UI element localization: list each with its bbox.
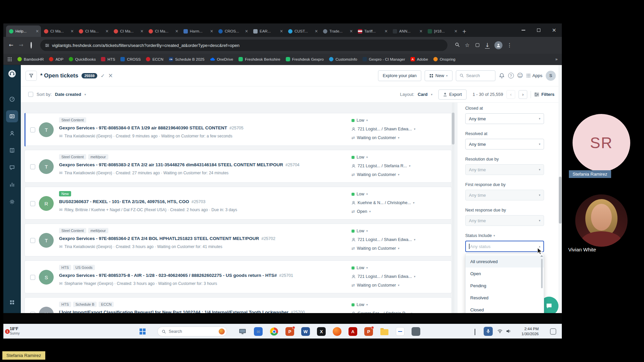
tab-close-icon[interactable] xyxy=(384,29,388,34)
file-explorer-icon[interactable] xyxy=(380,327,389,336)
first-response-select[interactable]: Any time xyxy=(465,190,544,200)
page-scrollbar-thumb[interactable] xyxy=(559,177,561,224)
bookmark-quickbooks[interactable]: QuickBooks xyxy=(69,57,96,61)
tag[interactable]: melt/pour xyxy=(88,228,108,233)
bookmark-hts[interactable]: HTS xyxy=(101,57,115,61)
browser-tab-helpdesk[interactable]: Help... xyxy=(6,25,41,37)
dropdown-scrollbar-thumb[interactable] xyxy=(541,259,543,288)
next-response-select[interactable]: Any time xyxy=(465,215,544,226)
google-apps-icon[interactable] xyxy=(7,57,12,62)
powerpoint-alt-icon[interactable]: P xyxy=(364,327,373,336)
tab-close-icon[interactable] xyxy=(454,29,458,34)
bookmark-onspring[interactable]: Onspring xyxy=(433,57,455,61)
sidebar-item-solutions[interactable] xyxy=(6,144,18,157)
ticket-title-row[interactable]: [Joint Import/Export Classification Requ… xyxy=(59,310,344,313)
browser-tab-ci-manager-2[interactable]: CI Ma... xyxy=(76,25,111,37)
back-button[interactable] xyxy=(6,42,16,48)
browser-tab-cross[interactable]: CROS... xyxy=(215,25,250,37)
tab-close-icon[interactable] xyxy=(350,29,353,34)
feedback-smiley-button[interactable] xyxy=(517,73,523,79)
assignee-dropdown[interactable]: 721 Logist... / Shawn Edwa... xyxy=(352,274,415,279)
tab-close-icon[interactable] xyxy=(70,29,74,34)
ticket-checkbox[interactable] xyxy=(30,201,35,206)
export-button[interactable]: Export xyxy=(438,89,467,100)
address-bar[interactable]: vigilantgts.freshdesk.com/a/tickets/filt… xyxy=(40,40,447,51)
ticket-title-row[interactable]: Gexpro Services - 97E-8085384-0 ETA 1/29… xyxy=(59,125,344,130)
downloads-button[interactable] xyxy=(482,42,492,48)
browser-tab-customs[interactable]: CUST... xyxy=(285,25,320,37)
ticket-subject[interactable]: [Joint Import/Export Classification Requ… xyxy=(59,310,288,313)
tab-close-icon[interactable] xyxy=(140,29,144,34)
freshworks-logo[interactable] xyxy=(8,70,16,79)
browser-tab-harmonized[interactable]: Harm... xyxy=(180,25,215,37)
ticket-card-25702[interactable]: T Steel Content melt/pour Gexpro Service… xyxy=(24,224,452,256)
browser-tab-ci-manager-1[interactable]: CI Ma... xyxy=(41,25,76,37)
option-all-unresolved[interactable]: All unresolved xyxy=(466,255,544,267)
select-all-checkbox[interactable] xyxy=(28,92,33,97)
resolved-at-select[interactable]: Any time xyxy=(465,139,544,149)
forward-button[interactable] xyxy=(16,42,26,48)
ticket-checkbox[interactable] xyxy=(30,164,35,169)
assignee-dropdown[interactable]: Kuehne & N... / Christophe... xyxy=(352,200,415,205)
desktop-app-icon[interactable] xyxy=(238,327,247,336)
taskbar-search[interactable]: Search xyxy=(157,326,227,337)
ticket-card-25701[interactable]: S HTS US Goods Gexpro Services - 97E-808… xyxy=(24,260,452,293)
reload-button[interactable] xyxy=(26,42,36,48)
ticket-title-row[interactable]: Gexpro Services - 97E-8085375-8 - AIR - … xyxy=(59,273,344,278)
save-view-icon[interactable] xyxy=(101,73,105,78)
dropdown-scroll-up-icon[interactable] xyxy=(540,255,543,257)
explore-plan-button[interactable]: Explore your plan xyxy=(378,70,421,81)
layout-value[interactable]: Card xyxy=(418,92,428,97)
tag[interactable]: HTS xyxy=(59,265,71,270)
priority-dropdown[interactable]: Low xyxy=(352,155,368,160)
browser-tab-ci-manager-3[interactable]: CI Ma... xyxy=(111,25,146,37)
bookmark-scheduleb[interactable]: Schedule B 2025 xyxy=(169,57,205,61)
sidebar-item-admin[interactable] xyxy=(6,196,18,208)
priority-dropdown[interactable]: Low xyxy=(352,265,368,270)
tab-close-icon[interactable] xyxy=(280,29,283,34)
browser-tab-tariff[interactable]: Tariff... xyxy=(355,25,390,37)
new-tab-button[interactable] xyxy=(462,28,467,34)
tag[interactable]: ECCN xyxy=(99,302,114,307)
bookmark-adp[interactable]: ADP xyxy=(49,57,63,61)
browser-tab-trade[interactable]: Trade... xyxy=(320,25,355,37)
ticket-checkbox[interactable] xyxy=(30,127,35,132)
ticket-card-25705[interactable]: T Steel Content Gexpro Services - 97E-80… xyxy=(24,113,452,146)
sidebar-item-dashboard[interactable] xyxy=(6,93,18,105)
discard-view-icon[interactable] xyxy=(108,72,113,79)
action-center-icon[interactable] xyxy=(550,328,556,335)
status-dropdown[interactable]: Open xyxy=(352,209,371,214)
option-open[interactable]: Open xyxy=(466,267,544,280)
collapse-filters-button[interactable] xyxy=(25,71,37,81)
list-scrollbar-thumb[interactable] xyxy=(452,113,454,144)
reading-list-button[interactable] xyxy=(472,42,482,48)
tab-close-icon[interactable] xyxy=(36,29,39,34)
weather-widget[interactable]: 1 18°F Sunny xyxy=(7,326,20,335)
bookmark-onedrive[interactable]: OneDrive xyxy=(210,57,233,61)
tab-close-icon[interactable] xyxy=(315,29,318,34)
ticket-checkbox[interactable] xyxy=(30,312,35,313)
ticket-subject[interactable]: Gexpro Services - 97E-8085375-8 - AIR - … xyxy=(59,273,277,278)
notifications-bell-button[interactable] xyxy=(499,73,505,79)
bookmark-eccn[interactable]: ECCN xyxy=(146,57,163,61)
bookmark-gexpro-ci[interactable]: Gexpro - CI Manager xyxy=(363,57,405,61)
option-pending[interactable]: Pending xyxy=(466,280,544,292)
participant-video-vivian[interactable] xyxy=(575,194,628,247)
next-page-button[interactable] xyxy=(519,90,527,99)
powerpoint-icon[interactable]: P xyxy=(285,327,294,336)
ticket-subject[interactable]: Gexpro Services - 97E-8085383-2 ETA 2/2 … xyxy=(59,162,283,167)
bookmark-bamboohr[interactable]: BambooHR xyxy=(17,57,44,61)
chrome-icon[interactable] xyxy=(270,327,278,336)
search-sidepanel-button[interactable] xyxy=(452,42,462,49)
prev-page-button[interactable] xyxy=(506,90,515,99)
ticket-card-25700[interactable]: H HTS Schedule B ECCN [Joint Import/Expo… xyxy=(24,297,452,313)
volume-button[interactable] xyxy=(506,329,511,335)
tab-close-icon[interactable] xyxy=(245,29,248,34)
profile-avatar[interactable]: S xyxy=(546,71,556,81)
new-ticket-button[interactable]: New xyxy=(425,70,452,81)
acrobat-icon[interactable]: A xyxy=(348,327,357,336)
mail-app-icon[interactable] xyxy=(254,327,263,336)
assignee-dropdown[interactable]: Gexpro Ser... / Stefania R... xyxy=(352,311,412,313)
assignee-dropdown[interactable]: 721 Logist... / Shawn Edwa... xyxy=(352,127,415,131)
bookmark-star-icon[interactable] xyxy=(462,42,472,48)
